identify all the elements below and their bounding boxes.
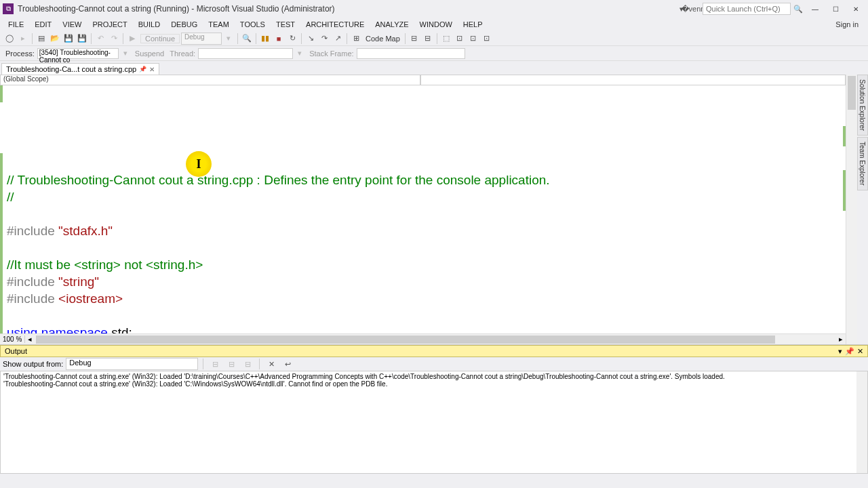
hex-icon[interactable]: ⬚: [439, 33, 453, 45]
menu-project[interactable]: PROJECT: [87, 19, 132, 30]
step-into-icon[interactable]: ↘: [304, 33, 317, 45]
document-tab[interactable]: Troubleshooting-Ca...t cout a string.cpp…: [1, 63, 159, 75]
save-icon[interactable]: 💾: [62, 33, 75, 45]
find-icon[interactable]: 🔍: [240, 33, 254, 45]
thread-dropdown[interactable]: [198, 48, 293, 59]
code-token: namespace: [37, 325, 111, 333]
thread-label: Thread:: [167, 49, 198, 58]
tab-close-icon[interactable]: ✕: [149, 66, 155, 73]
editor-vscrollbar[interactable]: [846, 75, 857, 344]
continue-button[interactable]: Continue: [140, 34, 180, 43]
tool-icon-5[interactable]: ⊡: [480, 33, 494, 45]
debug-location-toolbar: Process: [3540] Troubleshooting-Cannot c…: [0, 46, 868, 61]
menu-build[interactable]: BUILD: [133, 19, 165, 30]
thread-flag-icon: ▾: [293, 47, 307, 60]
zoom-level[interactable]: 100 %: [0, 336, 25, 343]
code-line: // Troubleshooting-Cannot cout a string.…: [7, 173, 550, 187]
menu-analyze[interactable]: ANALYZE: [370, 19, 414, 30]
navigation-bar: (Global Scope): [0, 75, 846, 85]
pin-icon[interactable]: 📌: [139, 66, 146, 73]
start-icon: ▶: [125, 33, 139, 45]
menu-architecture[interactable]: ARCHITECTURE: [300, 19, 370, 30]
process-dd-arrow[interactable]: ▾: [119, 47, 132, 60]
process-label: Process:: [3, 49, 37, 58]
tool-icon-1[interactable]: ⊟: [408, 33, 421, 45]
nav-back-icon[interactable]: ◯: [3, 33, 16, 45]
right-tool-tabs: Solution Explorer Team Explorer: [857, 75, 868, 344]
menu-view[interactable]: VIEW: [57, 19, 87, 30]
close-button[interactable]: ✕: [846, 3, 865, 15]
output-toolbar: Show output from: Debug ⊟ ⊟ ⊟ ✕ ↩: [0, 357, 868, 371]
text-cursor-icon: I: [196, 156, 201, 173]
suspend-label: Suspend: [132, 49, 167, 58]
editor-area: (Global Scope) // Troubleshooting-Cannot…: [0, 75, 868, 344]
titlebar: ⧉ Troubleshooting-Cannot cout a string (…: [0, 0, 868, 18]
scroll-right-icon[interactable]: ▸: [836, 335, 846, 344]
output-text[interactable]: 'Troubleshooting-Cannot cout a string.ex…: [0, 371, 868, 474]
menu-test[interactable]: TEST: [271, 19, 300, 30]
code-line: //: [7, 190, 14, 204]
output-pin-icon[interactable]: 📌: [845, 347, 854, 356]
member-dropdown[interactable]: [420, 75, 846, 85]
undo-icon: ↶: [94, 33, 107, 45]
toggle-wrap-icon[interactable]: ↩: [281, 358, 294, 370]
stackframe-dropdown[interactable]: [357, 48, 465, 59]
nav-fwd-icon: ▸: [16, 33, 30, 45]
show-output-from-dropdown[interactable]: Debug: [66, 358, 198, 370]
menu-window[interactable]: WINDOW: [414, 19, 458, 30]
code-token: #include: [7, 291, 58, 306]
quick-launch-input[interactable]: [703, 3, 791, 15]
stop-icon[interactable]: ■: [272, 33, 285, 45]
menu-tools[interactable]: TOOLS: [235, 19, 271, 30]
save-all-icon[interactable]: 💾: [75, 33, 89, 45]
sign-in-link[interactable]: Sign in: [835, 20, 865, 28]
tool-icon-2[interactable]: ⊟: [421, 33, 435, 45]
hscroll-thumb[interactable]: [36, 336, 775, 344]
restart-icon[interactable]: ↻: [285, 33, 299, 45]
code-token: #include: [7, 274, 58, 289]
tool-icon-4[interactable]: ⊡: [467, 33, 480, 45]
code-editor[interactable]: // Troubleshooting-Cannot cout a string.…: [0, 85, 846, 333]
output-vscrollbar[interactable]: [856, 371, 867, 473]
team-explorer-tab[interactable]: Team Explorer: [857, 137, 868, 190]
document-tabstrip: Troubleshooting-Ca...t cout a string.cpp…: [0, 61, 868, 75]
maximize-button[interactable]: ☐: [826, 3, 845, 15]
step-out-icon[interactable]: ↗: [331, 33, 344, 45]
open-file-icon[interactable]: 📂: [48, 33, 62, 45]
notifications-icon[interactable]: �venne: [689, 3, 701, 15]
code-token: "string": [58, 274, 99, 289]
editor-hscrollbar[interactable]: 100 % ◂ ▸: [0, 333, 846, 344]
output-titlebar[interactable]: Output ▾ 📌 ✕: [0, 345, 868, 357]
codemap-icon[interactable]: ⊞: [349, 33, 363, 45]
minimize-button[interactable]: —: [806, 3, 825, 15]
menu-edit[interactable]: EDIT: [29, 19, 57, 30]
new-project-icon[interactable]: ▤: [35, 33, 48, 45]
codemap-label[interactable]: Code Map: [363, 35, 403, 43]
pause-icon[interactable]: ▮▮: [258, 33, 272, 45]
stackframe-label: Stack Frame:: [307, 49, 356, 58]
config-dropdown[interactable]: Debug: [181, 33, 222, 45]
scope-dropdown[interactable]: (Global Scope): [0, 75, 420, 85]
output-dropdown-icon[interactable]: ▾: [838, 347, 842, 356]
output-line: 'Troubleshooting-Cannot cout a string.ex…: [3, 373, 865, 380]
search-icon[interactable]: 🔍: [792, 3, 804, 15]
menu-help[interactable]: HELP: [458, 19, 488, 30]
tool-icon-3[interactable]: ⊡: [453, 33, 467, 45]
output-close-icon[interactable]: ✕: [857, 347, 863, 356]
clear-all-icon[interactable]: ✕: [264, 358, 278, 370]
output-line: 'Troubleshooting-Cannot cout a string.ex…: [3, 380, 865, 388]
menubar: FILE EDIT VIEW PROJECT BUILD DEBUG TEAM …: [0, 18, 868, 31]
output-tool-2-icon: ⊟: [224, 358, 238, 370]
scroll-left-icon[interactable]: ◂: [25, 335, 35, 344]
solution-explorer-tab[interactable]: Solution Explorer: [857, 75, 868, 136]
menu-debug[interactable]: DEBUG: [165, 19, 203, 30]
process-dropdown[interactable]: [3540] Troubleshooting-Cannot co: [37, 48, 119, 59]
menu-team[interactable]: TEAM: [203, 19, 235, 30]
vs-logo-icon: ⧉: [3, 3, 14, 14]
output-title-label: Output: [5, 347, 27, 355]
menu-file[interactable]: FILE: [3, 19, 29, 30]
code-line: //It must be <string> not <string.h>: [7, 258, 203, 272]
step-over-icon[interactable]: ↷: [317, 33, 331, 45]
output-panel: Output ▾ 📌 ✕ Show output from: Debug ⊟ ⊟…: [0, 344, 868, 474]
vscroll-thumb[interactable]: [848, 76, 856, 110]
